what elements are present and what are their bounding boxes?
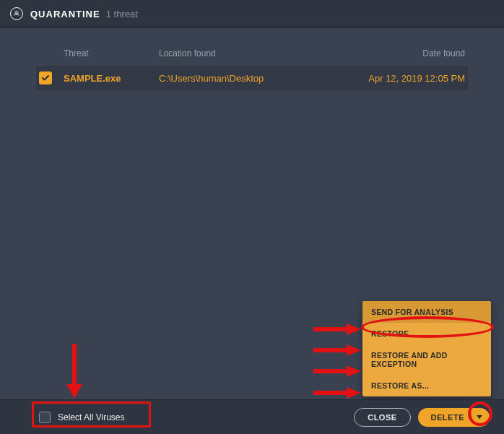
menu-restore-as[interactable]: RESTORE AS... (362, 375, 491, 396)
threat-name: SAMPLE.exe (64, 73, 159, 84)
svg-marker-2 (66, 384, 82, 399)
row-checkbox[interactable] (39, 71, 52, 84)
menu-restore-add-exception[interactable]: RESTORE AND ADD EXCEPTION (362, 344, 491, 375)
select-all-viruses[interactable]: Select All Viruses (39, 412, 125, 423)
page-title: QUARANTINE (30, 9, 100, 19)
delete-label: DELETE (431, 413, 464, 422)
select-all-checkbox[interactable] (39, 412, 51, 423)
annotation-arrow-right (312, 322, 361, 337)
annotation-arrow-right (312, 343, 361, 357)
quarantine-table: Threat Location found Date found SAMPLE.… (0, 48, 504, 90)
biohazard-icon (10, 7, 23, 20)
menu-send-for-analysis[interactable]: SEND FOR ANALYSIS (362, 301, 491, 323)
col-threat: Threat (64, 48, 159, 58)
svg-marker-6 (347, 344, 361, 356)
svg-marker-4 (347, 324, 361, 335)
annotation-arrow-down (64, 341, 85, 399)
table-row[interactable]: SAMPLE.exe C:\Users\human\Desktop Apr 12… (36, 66, 468, 90)
threat-count: 1 threat (106, 9, 138, 19)
threat-location: C:\Users\human\Desktop (159, 73, 349, 84)
svg-marker-8 (347, 365, 361, 377)
delete-dropdown-menu: SEND FOR ANALYSIS RESTORE RESTORE AND AD… (362, 301, 491, 396)
col-location: Location found (159, 48, 349, 58)
delete-button[interactable]: DELETE (418, 408, 490, 427)
footer-bar: Select All Viruses CLOSE DELETE (0, 399, 504, 434)
table-header: Threat Location found Date found (36, 48, 468, 66)
annotation-arrow-right (312, 386, 361, 400)
chevron-down-icon[interactable] (477, 415, 482, 419)
select-all-label: Select All Viruses (58, 412, 125, 422)
col-date: Date found (349, 48, 465, 58)
threat-date: Apr 12, 2019 12:05 PM (349, 73, 465, 84)
close-button[interactable]: CLOSE (354, 408, 410, 427)
annotation-arrow-right (312, 364, 361, 378)
quarantine-header: QUARANTINE 1 threat (0, 0, 504, 28)
menu-restore[interactable]: RESTORE (362, 323, 491, 344)
svg-marker-10 (347, 387, 361, 399)
